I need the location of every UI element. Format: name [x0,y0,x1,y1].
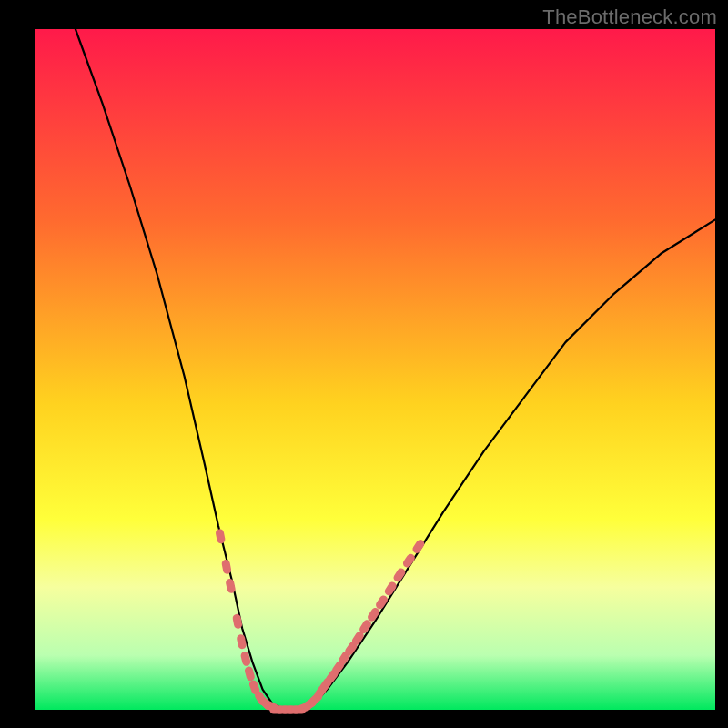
bottleneck-chart [0,0,728,728]
watermark-text: TheBottleneck.com [542,5,717,29]
plot-background [35,29,715,710]
chart-frame: { "watermark": "TheBottleneck.com", "col… [0,0,728,728]
